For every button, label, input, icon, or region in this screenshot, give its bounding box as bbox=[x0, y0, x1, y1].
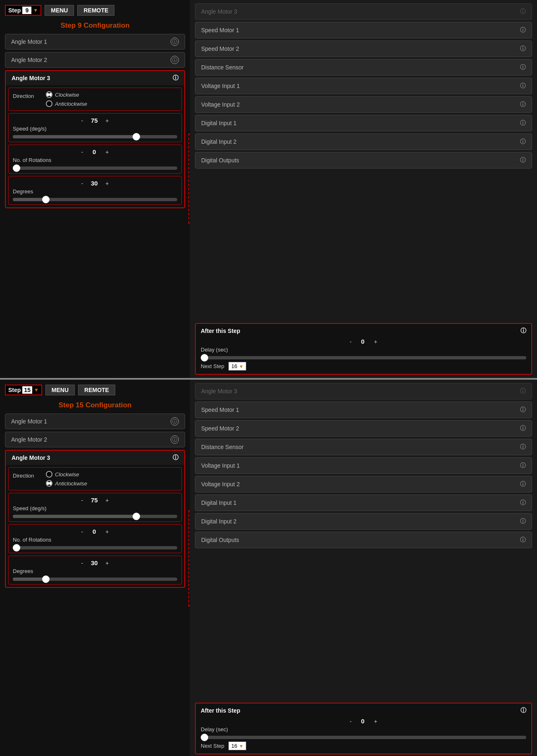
remote-button[interactable]: REMOTE bbox=[77, 5, 114, 16]
bottom-digital-outputs-info-icon[interactable]: ⓘ bbox=[520, 536, 526, 544]
bottom-clockwise-option[interactable]: Clockwise bbox=[46, 471, 87, 478]
bottom-step-dropdown-arrow-icon[interactable]: ▼ bbox=[34, 387, 39, 393]
bottom-digital-input-1-row[interactable]: Digital Input 1 ⓘ bbox=[195, 494, 532, 511]
degrees-plus[interactable]: + bbox=[105, 180, 109, 187]
bottom-right-angle-motor-3-partial[interactable]: Angle Motor 3 ⓘ bbox=[195, 383, 532, 399]
voltage-input-1-info-icon[interactable]: ⓘ bbox=[520, 82, 526, 90]
anticlockwise-radio[interactable] bbox=[46, 100, 52, 107]
after-step-info-icon-bottom[interactable]: ⓘ bbox=[520, 707, 526, 714]
bottom-remote-button[interactable]: REMOTE bbox=[78, 385, 115, 395]
bottom-clockwise-radio[interactable] bbox=[46, 471, 52, 478]
bottom-voltage-input-1-info-icon[interactable]: ⓘ bbox=[520, 462, 526, 469]
delay-minus-top[interactable]: - bbox=[350, 338, 352, 345]
next-step-selector-top[interactable]: 16 ▼ bbox=[228, 362, 246, 371]
digital-input-2-info-icon[interactable]: ⓘ bbox=[520, 138, 526, 145]
rotations-plus[interactable]: + bbox=[105, 149, 109, 155]
next-step-selector-bottom[interactable]: 16 ▼ bbox=[228, 742, 246, 750]
speed-motor-2-info-icon[interactable]: ⓘ bbox=[520, 45, 526, 52]
bottom-menu-button[interactable]: MENU bbox=[45, 385, 75, 395]
delay-slider-bottom[interactable] bbox=[201, 736, 526, 739]
speed-minus[interactable]: - bbox=[81, 117, 83, 124]
digital-input-1-info-icon[interactable]: ⓘ bbox=[520, 119, 526, 127]
bottom-voltage-input-1-row[interactable]: Voltage Input 1 ⓘ bbox=[195, 457, 532, 474]
bottom-digital-input-2-row[interactable]: Digital Input 2 ⓘ bbox=[195, 513, 532, 530]
bottom-speed-motor-1-info-icon[interactable]: ⓘ bbox=[520, 406, 526, 414]
speed-motor-2-row[interactable]: Speed Motor 2 ⓘ bbox=[195, 40, 532, 57]
bottom-angle-motor-1-info-icon[interactable]: ⓘ bbox=[171, 417, 179, 426]
angle-motor-1-info-icon[interactable]: ⓘ bbox=[171, 38, 179, 46]
bottom-digital-outputs-row[interactable]: Digital Outputs ⓘ bbox=[195, 532, 532, 548]
bottom-right-angle-motor-3-label: Angle Motor 3 bbox=[201, 388, 237, 395]
bottom-speed-motor-2-row[interactable]: Speed Motor 2 ⓘ bbox=[195, 420, 532, 437]
angle-motor-1-row[interactable]: Angle Motor 1 ⓘ bbox=[5, 34, 185, 50]
bottom-speed-motor-1-row[interactable]: Speed Motor 1 ⓘ bbox=[195, 402, 532, 418]
digital-outputs-row[interactable]: Digital Outputs ⓘ bbox=[195, 152, 532, 169]
bottom-anticlockwise-option[interactable]: Anticlockwise bbox=[46, 480, 87, 487]
bottom-rotations-minus[interactable]: - bbox=[81, 528, 83, 535]
bottom-voltage-input-2-info-icon[interactable]: ⓘ bbox=[520, 480, 526, 488]
step-dropdown-arrow-icon[interactable]: ▼ bbox=[33, 7, 38, 13]
next-step-row-bottom: Next Step 16 ▼ bbox=[201, 742, 526, 750]
anticlockwise-option[interactable]: Anticlockwise bbox=[46, 100, 87, 107]
after-step-info-icon-top[interactable]: ⓘ bbox=[520, 327, 526, 335]
clockwise-option[interactable]: Clockwise bbox=[46, 91, 87, 98]
distance-sensor-row[interactable]: Distance Sensor ⓘ bbox=[195, 59, 532, 76]
bottom-anticlockwise-label: Anticlockwise bbox=[55, 480, 87, 487]
angle-motor-3-header[interactable]: Angle Motor 3 ⓘ bbox=[6, 71, 184, 85]
menu-button[interactable]: MENU bbox=[45, 5, 74, 16]
bottom-rotations-plus[interactable]: + bbox=[105, 528, 109, 535]
step-selector[interactable]: Step 9 ▼ bbox=[5, 5, 41, 16]
bottom-right-angle-motor-3-info-icon[interactable]: ⓘ bbox=[520, 388, 526, 395]
angle-motor-2-row[interactable]: Angle Motor 2 ⓘ bbox=[5, 52, 185, 68]
digital-outputs-info-icon[interactable]: ⓘ bbox=[520, 157, 526, 164]
angle-motor-2-info-icon[interactable]: ⓘ bbox=[171, 56, 179, 64]
speed-motor-1-row[interactable]: Speed Motor 1 ⓘ bbox=[195, 22, 532, 38]
bottom-angle-motor-3-info-icon[interactable]: ⓘ bbox=[173, 454, 178, 461]
degrees-slider[interactable] bbox=[13, 198, 177, 201]
angle-motor-3-info-icon[interactable]: ⓘ bbox=[173, 74, 178, 82]
bottom-digital-input-2-label: Digital Input 2 bbox=[201, 518, 237, 525]
after-step-header-bottom: After this Step ⓘ bbox=[201, 707, 526, 714]
bottom-anticlockwise-radio[interactable] bbox=[46, 480, 52, 487]
clockwise-radio[interactable] bbox=[46, 91, 52, 98]
bottom-rotations-slider[interactable] bbox=[13, 546, 177, 549]
delay-minus-bottom[interactable]: - bbox=[350, 718, 352, 725]
speed-slider[interactable] bbox=[13, 135, 177, 138]
right-angle-motor-3-info-icon[interactable]: ⓘ bbox=[520, 8, 526, 15]
bottom-degrees-plus[interactable]: + bbox=[105, 560, 109, 566]
bottom-digital-input-1-info-icon[interactable]: ⓘ bbox=[520, 499, 526, 506]
distance-sensor-info-icon[interactable]: ⓘ bbox=[520, 64, 526, 71]
voltage-input-2-row[interactable]: Voltage Input 2 ⓘ bbox=[195, 96, 532, 113]
bottom-speed-slider[interactable] bbox=[13, 515, 177, 518]
voltage-input-1-row[interactable]: Voltage Input 1 ⓘ bbox=[195, 78, 532, 94]
bottom-degrees-slider[interactable] bbox=[13, 578, 177, 581]
voltage-input-2-info-icon[interactable]: ⓘ bbox=[520, 101, 526, 108]
bottom-digital-input-2-info-icon[interactable]: ⓘ bbox=[520, 518, 526, 525]
delay-slider-top[interactable] bbox=[201, 356, 526, 359]
bottom-speed-plus[interactable]: + bbox=[105, 497, 109, 504]
degrees-minus[interactable]: - bbox=[81, 180, 83, 187]
digital-input-1-row[interactable]: Digital Input 1 ⓘ bbox=[195, 115, 532, 131]
right-angle-motor-3-partial[interactable]: Angle Motor 3 ⓘ bbox=[195, 3, 532, 20]
bottom-speed-minus[interactable]: - bbox=[81, 497, 83, 504]
rotations-minus[interactable]: - bbox=[81, 149, 83, 155]
delay-plus-bottom[interactable]: + bbox=[374, 718, 377, 725]
bottom-voltage-input-2-row[interactable]: Voltage Input 2 ⓘ bbox=[195, 476, 532, 492]
bottom-degrees-minus[interactable]: - bbox=[81, 560, 83, 566]
bottom-distance-sensor-info-icon[interactable]: ⓘ bbox=[520, 443, 526, 451]
speed-motor-1-label: Speed Motor 1 bbox=[201, 27, 239, 33]
bottom-digital-input-1-label: Digital Input 1 bbox=[201, 499, 237, 506]
bottom-distance-sensor-row[interactable]: Distance Sensor ⓘ bbox=[195, 439, 532, 455]
speed-motor-1-info-icon[interactable]: ⓘ bbox=[520, 26, 526, 34]
bottom-angle-motor-2-info-icon[interactable]: ⓘ bbox=[171, 435, 179, 444]
delay-plus-top[interactable]: + bbox=[374, 338, 377, 345]
bottom-speed-motor-2-info-icon[interactable]: ⓘ bbox=[520, 425, 526, 432]
bottom-angle-motor-1-row[interactable]: Angle Motor 1 ⓘ bbox=[5, 414, 185, 429]
rotations-slider[interactable] bbox=[13, 166, 177, 170]
bottom-angle-motor-3-header[interactable]: Angle Motor 3 ⓘ bbox=[6, 451, 184, 465]
bottom-angle-motor-2-row[interactable]: Angle Motor 2 ⓘ bbox=[5, 432, 185, 447]
speed-plus[interactable]: + bbox=[105, 117, 109, 124]
bottom-angle-motor-1-label: Angle Motor 1 bbox=[11, 418, 47, 425]
bottom-step-selector[interactable]: Step 15 ▼ bbox=[5, 385, 42, 395]
digital-input-2-row[interactable]: Digital Input 2 ⓘ bbox=[195, 133, 532, 150]
